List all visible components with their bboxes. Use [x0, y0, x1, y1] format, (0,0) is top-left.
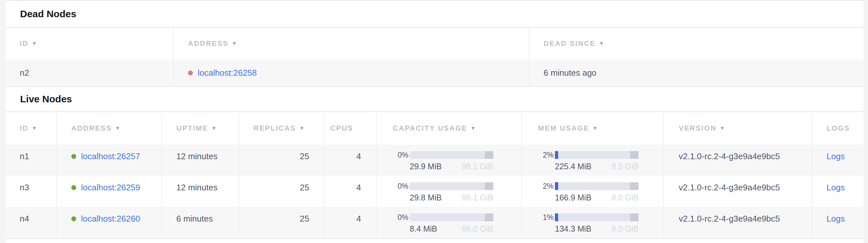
live-node-status-icon: [71, 154, 76, 159]
mem-used: 166.9 MiB: [555, 193, 591, 202]
dead-column-header-dead-since[interactable]: DEAD SINCE ▼: [529, 28, 864, 59]
capacity-usage-bar: [410, 182, 493, 190]
node-uptime: 12 minutes: [161, 144, 239, 176]
node-uptime: 12 minutes: [161, 176, 239, 207]
node-replicas: 25: [239, 207, 324, 238]
capacity-usage-bar: [410, 213, 493, 221]
mem-usage-cell: 2% 166.9 MiB 8.0 GiB: [521, 176, 663, 207]
capacity-usage-cell: 0% 8.4 MiB 98.0 GiB: [376, 207, 521, 238]
node-address-link[interactable]: localhost:26259: [81, 182, 140, 193]
node-id: n2: [5, 59, 173, 86]
capacity-percent: 0%: [393, 181, 408, 191]
capacity-used: 29.8 MiB: [410, 193, 442, 202]
live-column-header-id[interactable]: ID ▼: [5, 112, 56, 144]
sort-desc-icon: ▼: [32, 40, 37, 47]
node-id: n1: [5, 144, 56, 176]
mem-usage-bar: [555, 182, 639, 190]
node-address-link[interactable]: localhost:26260: [81, 213, 140, 224]
live-column-header-address[interactable]: ADDRESS ▼: [56, 112, 161, 144]
node-list-panel: Dead Nodes ID ▼ ADDRESS ▼ DEAD SINCE ▼ n…: [5, 0, 864, 243]
node-replicas: 25: [239, 144, 324, 176]
node-address-cell: localhost:26259: [56, 176, 161, 207]
node-address-link[interactable]: localhost:26257: [81, 151, 140, 161]
mem-percent: 2%: [538, 181, 554, 191]
dead-nodes-title: Dead Nodes: [5, 1, 864, 28]
mem-usage-bar: [555, 213, 639, 221]
capacity-usage-cell: 0% 29.8 MiB 98.1 GiB: [376, 176, 521, 207]
live-column-header-cpus[interactable]: CPUS: [324, 112, 376, 144]
node-version: v2.1.0-rc.2-4-g3e9a4e9bc5: [663, 144, 812, 176]
sort-desc-icon: ▼: [115, 126, 120, 131]
live-node-row: n4 localhost:26260 6 minutes 25 4 0% 8.4…: [5, 207, 864, 239]
live-column-header-capacity-usage[interactable]: CAPACITY USAGE ▼: [376, 112, 521, 144]
sort-desc-icon: ▼: [299, 126, 304, 131]
node-address-cell: localhost:26260: [56, 207, 161, 238]
live-nodes-header-row: ID ▼ ADDRESS ▼ UPTIME ▼ REPLICAS ▼ CPUS …: [5, 112, 864, 144]
mem-total: 8.0 GiB: [612, 193, 639, 202]
capacity-usage-cell: 0% 29.9 MiB 98.1 GiB: [376, 144, 521, 176]
logs-cell: Logs: [812, 207, 864, 238]
sort-desc-icon: ▼: [211, 126, 217, 131]
live-node-row: n3 localhost:26259 12 minutes 25 4 0% 29…: [5, 176, 864, 207]
live-column-header-version[interactable]: VERSION ▼: [663, 112, 812, 144]
dead-column-header-address[interactable]: ADDRESS ▼: [173, 28, 529, 59]
bar-end-cap: [630, 151, 639, 159]
logs-link[interactable]: Logs: [827, 214, 845, 223]
dead-node-status-icon: [188, 71, 193, 75]
live-column-header-mem-usage[interactable]: MEM USAGE ▼: [521, 112, 663, 144]
node-cpus: 4: [324, 176, 376, 207]
mem-percent: 2%: [538, 150, 554, 160]
capacity-total: 98.1 GiB: [462, 193, 493, 202]
sort-desc-icon: ▼: [592, 126, 598, 131]
sort-desc-icon: ▼: [32, 126, 37, 131]
node-version: v2.1.0-rc.2-4-g3e9a4e9bc5: [663, 176, 812, 207]
logs-link[interactable]: Logs: [827, 183, 845, 192]
sort-desc-icon: ▼: [232, 40, 237, 47]
live-nodes-title: Live Nodes: [5, 87, 864, 112]
logs-cell: Logs: [812, 176, 864, 207]
mem-used: 225.4 MiB: [555, 161, 591, 171]
mem-usage-cell: 2% 225.4 MiB 8.0 GiB: [521, 144, 663, 176]
capacity-percent: 0%: [393, 212, 408, 222]
mem-percent: 1%: [538, 212, 554, 222]
live-node-status-icon: [71, 185, 76, 190]
mem-usage-bar: [555, 151, 639, 159]
mem-total: 8.0 GiB: [612, 224, 639, 234]
live-column-header-logs: LOGS: [812, 112, 864, 144]
capacity-percent: 0%: [393, 150, 408, 160]
logs-link[interactable]: Logs: [827, 152, 845, 161]
bar-end-cap: [485, 213, 493, 221]
node-cpus: 4: [324, 207, 376, 238]
node-uptime: 6 minutes: [161, 207, 239, 238]
node-cpus: 4: [324, 144, 376, 176]
node-address-link[interactable]: localhost:26258: [198, 68, 257, 78]
dead-node-row: n2 localhost:26258 6 minutes ago: [5, 59, 864, 87]
node-address-cell: localhost:26257: [56, 144, 161, 176]
capacity-used: 29.9 MiB: [410, 161, 442, 171]
dead-column-header-id[interactable]: ID ▼: [5, 28, 173, 59]
bar-end-cap: [485, 182, 493, 190]
node-version: v2.1.0-rc.2-4-g3e9a4e9bc5: [663, 207, 812, 238]
sort-desc-icon: ▼: [599, 40, 604, 47]
node-replicas: 25: [239, 176, 324, 207]
capacity-used: 8.4 MiB: [410, 224, 437, 234]
mem-used: 134.3 MiB: [555, 224, 591, 234]
node-id: n4: [5, 207, 56, 238]
live-column-header-uptime[interactable]: UPTIME ▼: [161, 112, 239, 144]
node-address-cell: localhost:26258: [173, 59, 529, 86]
capacity-usage-bar: [410, 151, 493, 159]
live-node-status-icon: [71, 216, 76, 221]
node-id: n3: [5, 176, 56, 207]
mem-total: 8.0 GiB: [612, 161, 639, 171]
live-node-row: n1 localhost:26257 12 minutes 25 4 0% 29…: [5, 144, 864, 176]
live-column-header-replicas[interactable]: REPLICAS ▼: [239, 112, 324, 144]
bar-end-cap: [485, 151, 493, 159]
sort-desc-icon: ▼: [471, 126, 476, 131]
logs-cell: Logs: [812, 144, 864, 176]
capacity-total: 98.1 GiB: [462, 161, 493, 171]
dead-nodes-header-row: ID ▼ ADDRESS ▼ DEAD SINCE ▼: [5, 28, 864, 59]
bar-end-cap: [630, 182, 639, 190]
mem-usage-cell: 1% 134.3 MiB 8.0 GiB: [521, 207, 663, 238]
capacity-total: 98.0 GiB: [462, 224, 493, 234]
dead-since-value: 6 minutes ago: [529, 59, 864, 86]
